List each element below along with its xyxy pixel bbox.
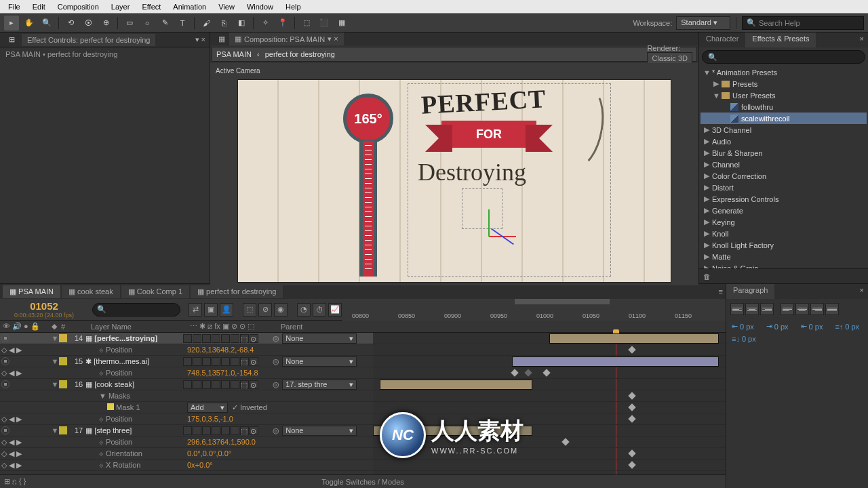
layer-color-swatch[interactable] bbox=[59, 357, 67, 365]
tab-character[interactable]: Character bbox=[699, 33, 745, 47]
timeline-tab-cook-steak[interactable]: ▦ cook steak bbox=[62, 285, 120, 298]
pickwhip-icon[interactable]: ◎ bbox=[273, 334, 279, 343]
layer-row-14[interactable]: ▼ 14 ▦ [perfec...stroying] ⬚⊙ ◎None▾ bbox=[0, 333, 373, 344]
timeline-tab-psa-main[interactable]: ▦ PSA MAIN bbox=[3, 285, 60, 298]
cat-keying[interactable]: ▶Keying bbox=[701, 216, 867, 228]
project-icon[interactable]: ⊞ bbox=[4, 33, 19, 47]
ellipse-tool-icon[interactable]: ○ bbox=[140, 16, 155, 30]
cat-matte[interactable]: ▶Matte bbox=[701, 251, 867, 262]
layer-color-swatch[interactable] bbox=[59, 426, 67, 434]
cat-expression[interactable]: ▶Expression Controls bbox=[701, 193, 867, 205]
rotate-tool-icon[interactable]: ⟲ bbox=[63, 16, 78, 30]
pan-behind-tool-icon[interactable]: ⊕ bbox=[98, 16, 113, 30]
rectangle-tool-icon[interactable]: ▭ bbox=[122, 16, 137, 30]
align-center-icon[interactable] bbox=[745, 303, 759, 315]
cat-distort[interactable]: ▶Distort bbox=[701, 182, 867, 193]
zoom-tool-icon[interactable]: 🔍 bbox=[39, 16, 54, 30]
tree-presets-folder[interactable]: ▶Presets bbox=[701, 78, 867, 89]
presets-search[interactable]: 🔍 bbox=[702, 50, 865, 64]
prop-xrotation-17[interactable]: ◇ ◀ ▶ ⟐ X Rotation 0x+0.0° bbox=[0, 460, 373, 471]
pickwhip-icon[interactable]: ◎ bbox=[273, 426, 279, 435]
graph-editor-toggle-icon[interactable]: 📈 bbox=[328, 303, 342, 317]
hide-shy-icon[interactable]: 👤 bbox=[220, 303, 233, 317]
cat-noise-grain[interactable]: ▶Noise & Grain bbox=[701, 262, 867, 268]
toggle-switches-button[interactable]: Toggle Switches / Modes bbox=[321, 478, 404, 486]
layer-panel-icon[interactable]: ▦ bbox=[214, 33, 229, 45]
comp-mini-flowchart-icon[interactable]: ⇄ bbox=[189, 303, 202, 317]
visibility-icon[interactable] bbox=[1, 357, 9, 365]
parent-dropdown[interactable]: None▾ bbox=[282, 357, 357, 367]
prop-position-16[interactable]: ◇ ◀ ▶ ⟐ Position 175.0,3.5,-1.0 bbox=[0, 413, 373, 425]
pen-tool-icon[interactable]: ✎ bbox=[157, 16, 172, 30]
clone-tool-icon[interactable]: ⎘ bbox=[216, 16, 231, 30]
search-help-input[interactable]: 🔍 Search Help bbox=[742, 16, 864, 30]
timeline-tab-cook-comp[interactable]: ▦ Cook Comp 1 bbox=[121, 285, 189, 298]
hand-tool-icon[interactable]: ✋ bbox=[22, 16, 37, 30]
brainstorm-icon[interactable]: ◉ bbox=[274, 303, 288, 317]
bounding-box[interactable] bbox=[408, 83, 611, 277]
draft-3d-icon[interactable]: ▣ bbox=[204, 303, 218, 317]
menu-animation[interactable]: Animation bbox=[167, 1, 212, 12]
layer-bar-14[interactable] bbox=[549, 333, 719, 344]
cat-knoll[interactable]: ▶Knoll bbox=[701, 228, 867, 239]
work-area-bar[interactable] bbox=[515, 299, 610, 304]
parent-dropdown[interactable]: None▾ bbox=[282, 426, 357, 436]
eraser-tool-icon[interactable]: ◧ bbox=[234, 16, 249, 30]
breadcrumb-current[interactable]: perfect for destroying bbox=[265, 50, 335, 58]
visibility-icon[interactable] bbox=[1, 426, 9, 434]
align-right-icon[interactable] bbox=[760, 303, 774, 315]
canvas[interactable]: 165° PERFECT FOR Destroying bbox=[237, 79, 671, 283]
preset-scalewithrecoil[interactable]: scalewithrecoil bbox=[701, 113, 867, 124]
timeline-search[interactable]: 🔍 bbox=[92, 303, 180, 317]
masks-group[interactable]: ▼ Masks bbox=[0, 390, 373, 402]
local-axis-icon[interactable]: ⬚ bbox=[299, 16, 314, 30]
inner-box[interactable] bbox=[462, 188, 502, 229]
visibility-icon[interactable] bbox=[1, 380, 9, 388]
justify-last-right-icon[interactable] bbox=[810, 303, 824, 315]
puppet-tool-icon[interactable]: 📍 bbox=[275, 16, 290, 30]
prop-position-15[interactable]: ◇ ◀ ▶ ⟐ Position 748.5,13571.0,-154.8 bbox=[0, 367, 373, 379]
menu-effect[interactable]: Effect bbox=[136, 1, 166, 12]
menu-layer[interactable]: Layer bbox=[106, 1, 136, 12]
camera-tool-icon[interactable]: ⦿ bbox=[81, 16, 96, 30]
layer-bar-17[interactable] bbox=[373, 426, 532, 436]
layer-row-17[interactable]: ▼ 17 ▦ [step three] ⬚⊙ ◎None▾ bbox=[0, 425, 373, 436]
composition-tab[interactable]: ▦ Composition: PSA MAIN ▾ × bbox=[229, 33, 344, 45]
align-left-icon[interactable] bbox=[730, 303, 744, 315]
layer-bar-16[interactable] bbox=[380, 380, 532, 390]
cat-knoll-light[interactable]: ▶Knoll Light Factory bbox=[701, 239, 867, 251]
auto-keyframe-icon[interactable]: ◔ bbox=[297, 303, 311, 317]
space-after-field[interactable]: ≡↓ 0 px bbox=[732, 335, 756, 343]
pickwhip-icon[interactable]: ◎ bbox=[273, 357, 279, 366]
visibility-icon[interactable] bbox=[1, 334, 9, 342]
mask-mode-dropdown[interactable]: Add▾ bbox=[187, 403, 228, 413]
tree-animation-presets[interactable]: ▼* Animation Presets bbox=[701, 66, 867, 78]
world-axis-icon[interactable]: ⬛ bbox=[317, 16, 332, 30]
track-area[interactable] bbox=[373, 333, 726, 474]
indent-left-field[interactable]: ⇤ 0 px bbox=[732, 322, 754, 331]
motion-blur-icon[interactable]: ⊘ bbox=[258, 303, 272, 317]
menu-composition[interactable]: Composition bbox=[52, 1, 104, 12]
tab-effects-presets[interactable]: Effects & Presets bbox=[745, 33, 816, 47]
viewer[interactable]: Active Camera 165° PERFECT FOR Destroyin… bbox=[210, 63, 698, 285]
cat-audio[interactable]: ▶Audio bbox=[701, 136, 867, 147]
menu-file[interactable]: File bbox=[3, 1, 26, 12]
frame-blend-icon[interactable]: ⬚ bbox=[243, 303, 256, 317]
layer-bar-15[interactable] bbox=[512, 357, 719, 367]
cat-channel[interactable]: ▶Channel bbox=[701, 159, 867, 170]
cat-blur[interactable]: ▶Blur & Sharpen bbox=[701, 147, 867, 159]
justify-all-icon[interactable] bbox=[825, 303, 839, 315]
selection-tool-icon[interactable]: ▸ bbox=[4, 16, 19, 30]
layer-row-15[interactable]: ▼ 15 ✱ [thermo...mes.ai] ⬚⊙ ◎None▾ bbox=[0, 356, 373, 367]
parent-dropdown[interactable]: None▾ bbox=[282, 333, 357, 344]
indent-first-field[interactable]: ⇥ 0 px bbox=[766, 322, 789, 331]
layer-color-swatch[interactable] bbox=[59, 380, 67, 388]
prop-position-14[interactable]: ◇ ◀ ▶ ⟐ Position 920.3,13648.2,-68.4 bbox=[0, 344, 373, 356]
indent-right-field[interactable]: ⇤ 0 px bbox=[801, 322, 823, 331]
breadcrumb-root[interactable]: PSA MAIN bbox=[216, 50, 252, 58]
cat-generate[interactable]: ▶Generate bbox=[701, 205, 867, 216]
panel-bin-icon[interactable]: 🗑 bbox=[703, 272, 711, 281]
parent-dropdown[interactable]: 17. step thre▾ bbox=[282, 380, 357, 390]
current-time-display[interactable]: 01052 0:00:43:20 (24.00 fps) bbox=[0, 300, 88, 319]
toggle-switches-icon[interactable]: ⊞ ⎌ { } bbox=[4, 477, 26, 486]
